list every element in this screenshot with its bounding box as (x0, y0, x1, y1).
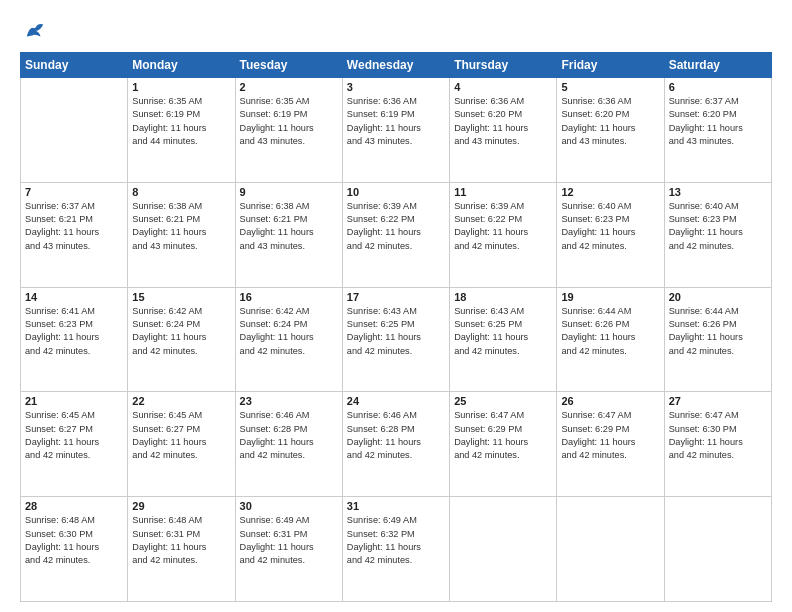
day-number: 9 (240, 186, 338, 198)
calendar-cell: 15Sunrise: 6:42 AMSunset: 6:24 PMDayligh… (128, 287, 235, 392)
day-number: 8 (132, 186, 230, 198)
day-number: 20 (669, 291, 767, 303)
day-number: 21 (25, 395, 123, 407)
cell-info: Sunrise: 6:38 AMSunset: 6:21 PMDaylight:… (240, 200, 338, 253)
day-number: 10 (347, 186, 445, 198)
cell-info: Sunrise: 6:35 AMSunset: 6:19 PMDaylight:… (132, 95, 230, 148)
logo (20, 18, 46, 42)
col-header-friday: Friday (557, 53, 664, 78)
calendar-cell: 27Sunrise: 6:47 AMSunset: 6:30 PMDayligh… (664, 392, 771, 497)
calendar-cell: 7Sunrise: 6:37 AMSunset: 6:21 PMDaylight… (21, 182, 128, 287)
logo-bird-icon (24, 20, 46, 42)
cell-info: Sunrise: 6:41 AMSunset: 6:23 PMDaylight:… (25, 305, 123, 358)
calendar-table: SundayMondayTuesdayWednesdayThursdayFrid… (20, 52, 772, 602)
calendar-cell (21, 78, 128, 183)
cell-info: Sunrise: 6:48 AMSunset: 6:31 PMDaylight:… (132, 514, 230, 567)
cell-info: Sunrise: 6:38 AMSunset: 6:21 PMDaylight:… (132, 200, 230, 253)
cell-info: Sunrise: 6:42 AMSunset: 6:24 PMDaylight:… (240, 305, 338, 358)
calendar-cell: 18Sunrise: 6:43 AMSunset: 6:25 PMDayligh… (450, 287, 557, 392)
calendar-cell: 5Sunrise: 6:36 AMSunset: 6:20 PMDaylight… (557, 78, 664, 183)
calendar-cell: 14Sunrise: 6:41 AMSunset: 6:23 PMDayligh… (21, 287, 128, 392)
calendar-cell: 26Sunrise: 6:47 AMSunset: 6:29 PMDayligh… (557, 392, 664, 497)
cell-info: Sunrise: 6:45 AMSunset: 6:27 PMDaylight:… (25, 409, 123, 462)
calendar-cell: 21Sunrise: 6:45 AMSunset: 6:27 PMDayligh… (21, 392, 128, 497)
calendar-cell: 13Sunrise: 6:40 AMSunset: 6:23 PMDayligh… (664, 182, 771, 287)
day-number: 17 (347, 291, 445, 303)
day-number: 7 (25, 186, 123, 198)
day-number: 28 (25, 500, 123, 512)
col-header-monday: Monday (128, 53, 235, 78)
calendar-cell: 2Sunrise: 6:35 AMSunset: 6:19 PMDaylight… (235, 78, 342, 183)
day-number: 3 (347, 81, 445, 93)
cell-info: Sunrise: 6:35 AMSunset: 6:19 PMDaylight:… (240, 95, 338, 148)
cell-info: Sunrise: 6:47 AMSunset: 6:29 PMDaylight:… (561, 409, 659, 462)
cell-info: Sunrise: 6:36 AMSunset: 6:20 PMDaylight:… (561, 95, 659, 148)
calendar-cell: 17Sunrise: 6:43 AMSunset: 6:25 PMDayligh… (342, 287, 449, 392)
cell-info: Sunrise: 6:44 AMSunset: 6:26 PMDaylight:… (669, 305, 767, 358)
day-number: 16 (240, 291, 338, 303)
week-row-2: 7Sunrise: 6:37 AMSunset: 6:21 PMDaylight… (21, 182, 772, 287)
cell-info: Sunrise: 6:47 AMSunset: 6:30 PMDaylight:… (669, 409, 767, 462)
calendar-cell (450, 497, 557, 602)
day-number: 24 (347, 395, 445, 407)
calendar-cell: 25Sunrise: 6:47 AMSunset: 6:29 PMDayligh… (450, 392, 557, 497)
cell-info: Sunrise: 6:36 AMSunset: 6:19 PMDaylight:… (347, 95, 445, 148)
cell-info: Sunrise: 6:45 AMSunset: 6:27 PMDaylight:… (132, 409, 230, 462)
calendar-cell: 24Sunrise: 6:46 AMSunset: 6:28 PMDayligh… (342, 392, 449, 497)
day-number: 11 (454, 186, 552, 198)
week-row-4: 21Sunrise: 6:45 AMSunset: 6:27 PMDayligh… (21, 392, 772, 497)
col-header-thursday: Thursday (450, 53, 557, 78)
cell-info: Sunrise: 6:36 AMSunset: 6:20 PMDaylight:… (454, 95, 552, 148)
week-row-5: 28Sunrise: 6:48 AMSunset: 6:30 PMDayligh… (21, 497, 772, 602)
col-header-sunday: Sunday (21, 53, 128, 78)
day-number: 23 (240, 395, 338, 407)
cell-info: Sunrise: 6:37 AMSunset: 6:20 PMDaylight:… (669, 95, 767, 148)
week-row-3: 14Sunrise: 6:41 AMSunset: 6:23 PMDayligh… (21, 287, 772, 392)
col-header-tuesday: Tuesday (235, 53, 342, 78)
day-number: 13 (669, 186, 767, 198)
day-number: 30 (240, 500, 338, 512)
day-number: 27 (669, 395, 767, 407)
cell-info: Sunrise: 6:44 AMSunset: 6:26 PMDaylight:… (561, 305, 659, 358)
day-number: 25 (454, 395, 552, 407)
day-number: 2 (240, 81, 338, 93)
day-number: 6 (669, 81, 767, 93)
cell-info: Sunrise: 6:39 AMSunset: 6:22 PMDaylight:… (347, 200, 445, 253)
calendar-cell: 23Sunrise: 6:46 AMSunset: 6:28 PMDayligh… (235, 392, 342, 497)
day-number: 15 (132, 291, 230, 303)
calendar-cell: 22Sunrise: 6:45 AMSunset: 6:27 PMDayligh… (128, 392, 235, 497)
calendar-cell: 9Sunrise: 6:38 AMSunset: 6:21 PMDaylight… (235, 182, 342, 287)
day-number: 14 (25, 291, 123, 303)
cell-info: Sunrise: 6:49 AMSunset: 6:32 PMDaylight:… (347, 514, 445, 567)
calendar-body: 1Sunrise: 6:35 AMSunset: 6:19 PMDaylight… (21, 78, 772, 602)
cell-info: Sunrise: 6:39 AMSunset: 6:22 PMDaylight:… (454, 200, 552, 253)
day-number: 22 (132, 395, 230, 407)
page: SundayMondayTuesdayWednesdayThursdayFrid… (0, 0, 792, 612)
cell-info: Sunrise: 6:46 AMSunset: 6:28 PMDaylight:… (240, 409, 338, 462)
cell-info: Sunrise: 6:48 AMSunset: 6:30 PMDaylight:… (25, 514, 123, 567)
week-row-1: 1Sunrise: 6:35 AMSunset: 6:19 PMDaylight… (21, 78, 772, 183)
calendar-cell: 1Sunrise: 6:35 AMSunset: 6:19 PMDaylight… (128, 78, 235, 183)
calendar-cell: 19Sunrise: 6:44 AMSunset: 6:26 PMDayligh… (557, 287, 664, 392)
calendar-cell: 31Sunrise: 6:49 AMSunset: 6:32 PMDayligh… (342, 497, 449, 602)
day-number: 5 (561, 81, 659, 93)
cell-info: Sunrise: 6:47 AMSunset: 6:29 PMDaylight:… (454, 409, 552, 462)
cell-info: Sunrise: 6:37 AMSunset: 6:21 PMDaylight:… (25, 200, 123, 253)
day-number: 1 (132, 81, 230, 93)
calendar-cell: 8Sunrise: 6:38 AMSunset: 6:21 PMDaylight… (128, 182, 235, 287)
day-number: 12 (561, 186, 659, 198)
calendar-cell: 4Sunrise: 6:36 AMSunset: 6:20 PMDaylight… (450, 78, 557, 183)
calendar-cell: 30Sunrise: 6:49 AMSunset: 6:31 PMDayligh… (235, 497, 342, 602)
day-number: 26 (561, 395, 659, 407)
calendar-cell: 10Sunrise: 6:39 AMSunset: 6:22 PMDayligh… (342, 182, 449, 287)
calendar-cell: 20Sunrise: 6:44 AMSunset: 6:26 PMDayligh… (664, 287, 771, 392)
day-number: 4 (454, 81, 552, 93)
col-header-wednesday: Wednesday (342, 53, 449, 78)
calendar-cell: 29Sunrise: 6:48 AMSunset: 6:31 PMDayligh… (128, 497, 235, 602)
header (20, 18, 772, 42)
col-header-saturday: Saturday (664, 53, 771, 78)
day-number: 29 (132, 500, 230, 512)
calendar-cell: 12Sunrise: 6:40 AMSunset: 6:23 PMDayligh… (557, 182, 664, 287)
calendar-cell: 16Sunrise: 6:42 AMSunset: 6:24 PMDayligh… (235, 287, 342, 392)
day-number: 19 (561, 291, 659, 303)
